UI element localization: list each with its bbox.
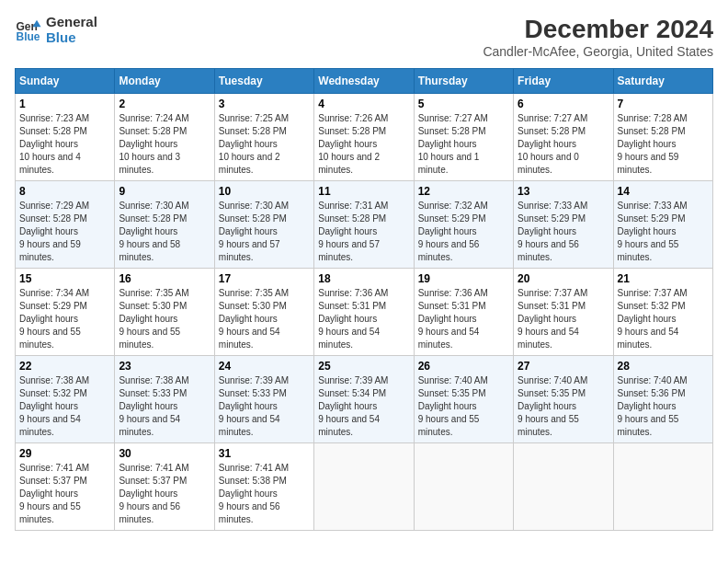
day-number: 25 (318, 360, 409, 373)
days-of-week-row: Sunday Monday Tuesday Wednesday Thursday… (16, 69, 713, 94)
logo-line2: Blue (46, 30, 97, 46)
table-row: 23 Sunrise: 7:38 AM Sunset: 5:33 PM Dayl… (115, 356, 214, 443)
page-header: Gen Blue General Blue December 2024 Cand… (15, 15, 713, 59)
day-number: 31 (219, 447, 310, 460)
calendar-week-2: 8 Sunrise: 7:29 AM Sunset: 5:28 PM Dayli… (16, 181, 713, 269)
day-info: Sunrise: 7:31 AM Sunset: 5:28 PM Dayligh… (318, 200, 409, 264)
calendar-week-1: 1 Sunrise: 7:23 AM Sunset: 5:28 PM Dayli… (16, 94, 713, 181)
col-sunday: Sunday (16, 69, 115, 94)
day-number: 21 (618, 272, 709, 285)
col-saturday: Saturday (613, 69, 712, 94)
day-number: 1 (19, 98, 110, 110)
day-info: Sunrise: 7:41 AM Sunset: 5:38 PM Dayligh… (219, 462, 310, 526)
day-info: Sunrise: 7:35 AM Sunset: 5:30 PM Dayligh… (119, 287, 210, 351)
day-number: 26 (418, 360, 509, 373)
col-thursday: Thursday (414, 69, 513, 94)
page-subtitle: Candler-McAfee, Georgia, United States (483, 44, 713, 59)
day-info: Sunrise: 7:26 AM Sunset: 5:28 PM Dayligh… (318, 112, 409, 177)
table-row (613, 443, 712, 531)
table-row: 20 Sunrise: 7:37 AM Sunset: 5:31 PM Dayl… (514, 269, 613, 356)
day-number: 4 (318, 98, 409, 110)
day-number: 15 (19, 272, 110, 285)
day-number: 17 (219, 272, 310, 285)
day-info: Sunrise: 7:40 AM Sunset: 5:36 PM Dayligh… (618, 374, 709, 439)
table-row: 28 Sunrise: 7:40 AM Sunset: 5:36 PM Dayl… (613, 356, 712, 443)
page-title: December 2024 (483, 15, 713, 44)
day-info: Sunrise: 7:39 AM Sunset: 5:34 PM Dayligh… (318, 374, 409, 439)
day-info: Sunrise: 7:27 AM Sunset: 5:28 PM Dayligh… (418, 112, 509, 177)
day-info: Sunrise: 7:34 AM Sunset: 5:29 PM Dayligh… (19, 287, 110, 351)
day-number: 11 (318, 185, 409, 198)
table-row (314, 443, 414, 531)
table-row: 8 Sunrise: 7:29 AM Sunset: 5:28 PM Dayli… (16, 181, 115, 269)
day-info: Sunrise: 7:35 AM Sunset: 5:30 PM Dayligh… (219, 287, 310, 351)
logo: Gen Blue General Blue (15, 15, 97, 45)
table-row: 24 Sunrise: 7:39 AM Sunset: 5:33 PM Dayl… (214, 356, 313, 443)
day-number: 30 (119, 447, 210, 460)
day-number: 12 (418, 185, 509, 198)
title-block: December 2024 Candler-McAfee, Georgia, U… (483, 15, 713, 59)
day-number: 29 (19, 447, 110, 460)
table-row: 5 Sunrise: 7:27 AM Sunset: 5:28 PM Dayli… (414, 94, 513, 181)
day-info: Sunrise: 7:32 AM Sunset: 5:29 PM Dayligh… (418, 200, 509, 264)
table-row: 22 Sunrise: 7:38 AM Sunset: 5:32 PM Dayl… (16, 356, 115, 443)
day-info: Sunrise: 7:33 AM Sunset: 5:29 PM Dayligh… (618, 200, 709, 264)
day-number: 7 (618, 98, 709, 110)
day-info: Sunrise: 7:41 AM Sunset: 5:37 PM Dayligh… (119, 462, 210, 526)
table-row: 26 Sunrise: 7:40 AM Sunset: 5:35 PM Dayl… (414, 356, 513, 443)
day-number: 3 (219, 98, 310, 110)
day-number: 28 (618, 360, 709, 373)
day-number: 22 (19, 360, 110, 373)
day-info: Sunrise: 7:27 AM Sunset: 5:28 PM Dayligh… (518, 112, 609, 177)
calendar-week-4: 22 Sunrise: 7:38 AM Sunset: 5:32 PM Dayl… (16, 356, 713, 443)
table-row: 2 Sunrise: 7:24 AM Sunset: 5:28 PM Dayli… (115, 94, 214, 181)
table-row: 11 Sunrise: 7:31 AM Sunset: 5:28 PM Dayl… (314, 181, 414, 269)
day-info: Sunrise: 7:29 AM Sunset: 5:28 PM Dayligh… (19, 200, 110, 264)
table-row: 17 Sunrise: 7:35 AM Sunset: 5:30 PM Dayl… (214, 269, 313, 356)
table-row: 6 Sunrise: 7:27 AM Sunset: 5:28 PM Dayli… (514, 94, 613, 181)
table-row: 13 Sunrise: 7:33 AM Sunset: 5:29 PM Dayl… (514, 181, 613, 269)
table-row: 25 Sunrise: 7:39 AM Sunset: 5:34 PM Dayl… (314, 356, 414, 443)
col-monday: Monday (115, 69, 214, 94)
col-tuesday: Tuesday (214, 69, 313, 94)
table-row: 21 Sunrise: 7:37 AM Sunset: 5:32 PM Dayl… (613, 269, 712, 356)
day-info: Sunrise: 7:23 AM Sunset: 5:28 PM Dayligh… (19, 112, 110, 177)
svg-text:Blue: Blue (17, 29, 40, 42)
calendar-body: 1 Sunrise: 7:23 AM Sunset: 5:28 PM Dayli… (16, 94, 713, 531)
day-info: Sunrise: 7:41 AM Sunset: 5:37 PM Dayligh… (19, 462, 110, 526)
day-number: 27 (518, 360, 609, 373)
table-row: 3 Sunrise: 7:25 AM Sunset: 5:28 PM Dayli… (214, 94, 313, 181)
calendar-week-5: 29 Sunrise: 7:41 AM Sunset: 5:37 PM Dayl… (16, 443, 713, 531)
day-info: Sunrise: 7:36 AM Sunset: 5:31 PM Dayligh… (318, 287, 409, 351)
table-row: 18 Sunrise: 7:36 AM Sunset: 5:31 PM Dayl… (314, 269, 414, 356)
day-number: 8 (19, 185, 110, 198)
day-info: Sunrise: 7:30 AM Sunset: 5:28 PM Dayligh… (219, 200, 310, 264)
day-info: Sunrise: 7:33 AM Sunset: 5:29 PM Dayligh… (518, 200, 609, 264)
table-row: 14 Sunrise: 7:33 AM Sunset: 5:29 PM Dayl… (613, 181, 712, 269)
day-info: Sunrise: 7:37 AM Sunset: 5:32 PM Dayligh… (618, 287, 709, 351)
day-number: 9 (119, 185, 210, 198)
col-wednesday: Wednesday (314, 69, 414, 94)
table-row: 27 Sunrise: 7:40 AM Sunset: 5:35 PM Dayl… (514, 356, 613, 443)
day-info: Sunrise: 7:25 AM Sunset: 5:28 PM Dayligh… (219, 112, 310, 177)
day-number: 10 (219, 185, 310, 198)
day-number: 18 (318, 272, 409, 285)
table-row: 16 Sunrise: 7:35 AM Sunset: 5:30 PM Dayl… (115, 269, 214, 356)
table-row: 1 Sunrise: 7:23 AM Sunset: 5:28 PM Dayli… (16, 94, 115, 181)
day-info: Sunrise: 7:30 AM Sunset: 5:28 PM Dayligh… (119, 200, 210, 264)
day-number: 13 (518, 185, 609, 198)
table-row: 10 Sunrise: 7:30 AM Sunset: 5:28 PM Dayl… (214, 181, 313, 269)
calendar-table: Sunday Monday Tuesday Wednesday Thursday… (15, 68, 713, 531)
day-info: Sunrise: 7:24 AM Sunset: 5:28 PM Dayligh… (119, 112, 210, 177)
day-info: Sunrise: 7:37 AM Sunset: 5:31 PM Dayligh… (518, 287, 609, 351)
calendar-header: Sunday Monday Tuesday Wednesday Thursday… (16, 69, 713, 94)
day-info: Sunrise: 7:38 AM Sunset: 5:32 PM Dayligh… (19, 374, 110, 439)
day-info: Sunrise: 7:36 AM Sunset: 5:31 PM Dayligh… (418, 287, 509, 351)
table-row (514, 443, 613, 531)
day-number: 5 (418, 98, 509, 110)
logo-line1: General (46, 15, 97, 30)
day-number: 6 (518, 98, 609, 110)
day-info: Sunrise: 7:38 AM Sunset: 5:33 PM Dayligh… (119, 374, 210, 439)
table-row: 9 Sunrise: 7:30 AM Sunset: 5:28 PM Dayli… (115, 181, 214, 269)
day-number: 2 (119, 98, 210, 110)
